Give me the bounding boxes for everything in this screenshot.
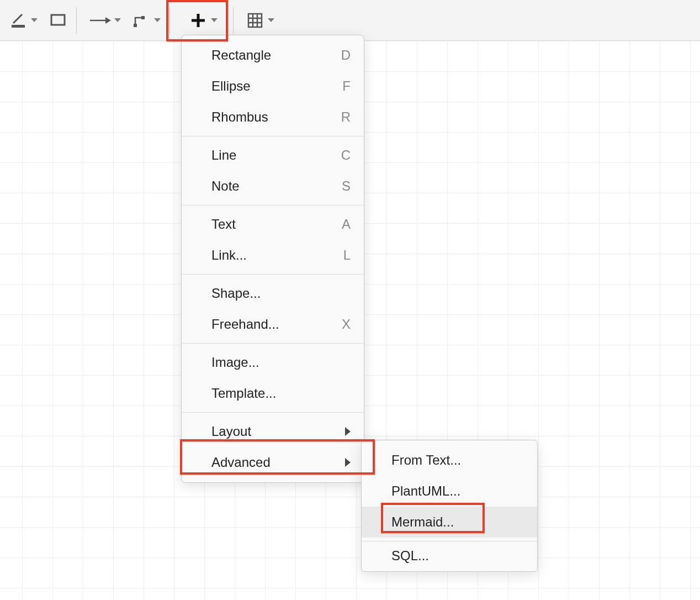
menu-separator <box>182 136 364 136</box>
chevron-down-icon <box>154 18 161 22</box>
table-button[interactable] <box>240 5 280 36</box>
menu-separator <box>182 274 364 275</box>
menu-item-layout[interactable]: Layout <box>182 416 364 447</box>
menu-item-template[interactable]: Template... <box>182 378 364 409</box>
svg-rect-1 <box>51 15 65 25</box>
menu-separator <box>182 412 364 413</box>
svg-rect-7 <box>248 14 262 27</box>
menu-item-rectangle[interactable]: Rectangle D <box>182 40 364 71</box>
insert-menu: Rectangle D Ellipse F Rhombus R Line C N… <box>181 35 364 483</box>
menu-item-line[interactable]: Line C <box>182 140 364 171</box>
line-color-icon <box>9 11 28 30</box>
svg-rect-3 <box>134 24 137 27</box>
submenu-item-plantuml[interactable]: PlantUML... <box>362 476 537 507</box>
svg-rect-4 <box>141 16 145 19</box>
menu-item-advanced[interactable]: Advanced <box>182 447 364 478</box>
submenu-item-from-text[interactable]: From Text... <box>362 445 537 476</box>
toolbar-separator <box>76 7 77 34</box>
chevron-down-icon <box>268 18 274 22</box>
waypoints-button[interactable] <box>126 5 166 36</box>
menu-separator <box>362 541 537 541</box>
menu-item-ellipse[interactable]: Ellipse F <box>182 71 364 102</box>
submenu-item-sql[interactable]: SQL... <box>362 545 537 567</box>
grid-icon <box>246 11 264 30</box>
chevron-down-icon <box>31 18 38 22</box>
menu-item-freehand[interactable]: Freehand... X <box>182 309 364 340</box>
toolbar-separator <box>233 7 234 34</box>
chevron-right-icon <box>345 427 351 436</box>
arrow-right-icon <box>89 11 111 30</box>
line-color-button[interactable] <box>3 5 43 36</box>
chevron-right-icon <box>345 458 351 467</box>
menu-item-note[interactable]: Note S <box>182 171 364 202</box>
menu-separator <box>182 205 364 206</box>
plus-icon <box>189 11 208 30</box>
submenu-item-mermaid[interactable]: Mermaid... <box>362 507 537 538</box>
insert-button[interactable] <box>177 5 230 36</box>
menu-separator <box>182 343 364 344</box>
fill-color-button[interactable] <box>43 5 73 36</box>
chevron-down-icon <box>211 18 218 22</box>
menu-item-shape[interactable]: Shape... <box>182 278 364 309</box>
svg-rect-0 <box>12 25 25 28</box>
waypoints-icon <box>132 11 151 30</box>
advanced-submenu: From Text... PlantUML... Mermaid... SQL.… <box>361 440 538 572</box>
connection-arrow-button[interactable] <box>83 5 126 36</box>
menu-item-rhombus[interactable]: Rhombus R <box>182 102 364 133</box>
menu-item-text[interactable]: Text A <box>182 209 364 240</box>
fill-color-icon <box>49 11 67 30</box>
menu-item-link[interactable]: Link... L <box>182 240 364 271</box>
menu-item-image[interactable]: Image... <box>182 347 364 378</box>
toolbar-separator <box>169 7 170 34</box>
chevron-down-icon <box>114 18 121 22</box>
